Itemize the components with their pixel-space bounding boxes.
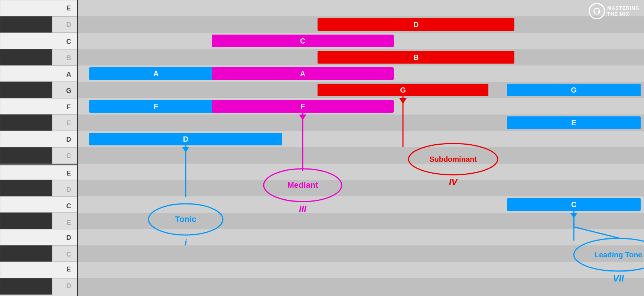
svg-text:D: D	[66, 136, 71, 143]
svg-text:E: E	[66, 170, 71, 177]
svg-text:D: D	[66, 234, 71, 241]
svg-rect-7	[0, 98, 78, 115]
piano-keys-svg: E C A G F B D E D C E D C E D C E D	[0, 0, 78, 296]
svg-rect-54	[78, 262, 644, 278]
svg-text:D: D	[66, 186, 71, 193]
svg-rect-15	[0, 213, 52, 229]
svg-text:C: C	[571, 200, 576, 209]
piano-keyboard: E C A G F B D E D C E D C E D C E D	[0, 0, 78, 296]
svg-text:D: D	[66, 282, 71, 290]
svg-text:G: G	[400, 86, 406, 94]
svg-rect-11	[0, 164, 78, 165]
svg-text:D: D	[183, 135, 188, 143]
svg-rect-2	[0, 16, 52, 33]
svg-rect-8	[0, 115, 52, 131]
svg-rect-38	[78, 0, 644, 16]
svg-text:A: A	[300, 70, 305, 78]
brand-logo: MASTERING THE MIX	[589, 3, 640, 19]
svg-text:D: D	[66, 21, 71, 28]
svg-text:E: E	[66, 266, 71, 273]
svg-text:E: E	[66, 119, 71, 127]
headphones-icon	[592, 7, 601, 16]
svg-rect-48	[78, 164, 644, 180]
svg-rect-55	[78, 278, 644, 296]
svg-text:B: B	[66, 54, 71, 62]
svg-text:Subdominant: Subdominant	[429, 155, 477, 163]
svg-text:Mediant: Mediant	[287, 180, 318, 190]
logo-line2: THE MIX	[607, 11, 640, 17]
svg-text:III: III	[299, 204, 307, 214]
svg-rect-6	[0, 82, 52, 98]
svg-text:Tonic: Tonic	[175, 215, 196, 224]
svg-rect-10	[0, 147, 52, 164]
logo-line1: MASTERING	[607, 5, 640, 11]
svg-rect-53	[78, 245, 644, 262]
svg-text:E: E	[66, 219, 71, 226]
svg-text:E: E	[66, 4, 71, 12]
piano-roll-area: D C B A A G G F F E D C	[78, 0, 644, 296]
svg-text:C: C	[300, 37, 305, 45]
svg-text:VII: VII	[613, 273, 624, 283]
svg-text:E: E	[571, 119, 576, 127]
svg-text:B: B	[413, 53, 419, 61]
svg-text:C: C	[66, 251, 71, 258]
logo-text: MASTERING THE MIX	[607, 5, 640, 17]
svg-text:Leading Tone: Leading Tone	[595, 251, 643, 259]
svg-rect-19	[0, 278, 52, 295]
svg-text:G: G	[571, 86, 577, 94]
svg-rect-17	[0, 245, 52, 262]
svg-rect-51	[78, 213, 644, 229]
svg-text:C: C	[66, 38, 71, 45]
svg-text:F: F	[154, 102, 158, 110]
svg-text:G: G	[66, 87, 71, 94]
svg-text:F: F	[67, 103, 71, 111]
svg-rect-13	[0, 180, 52, 196]
svg-text:A: A	[66, 71, 71, 78]
svg-text:IV: IV	[449, 177, 458, 187]
svg-text:C: C	[66, 152, 71, 160]
svg-text:C: C	[66, 202, 71, 210]
svg-text:A: A	[153, 70, 159, 78]
svg-rect-47	[78, 147, 644, 164]
logo-icon	[589, 3, 605, 19]
svg-rect-49	[78, 180, 644, 196]
svg-text:D: D	[413, 20, 419, 29]
piano-roll-svg: D C B A A G G F F E D C	[78, 0, 644, 296]
svg-text:F: F	[300, 102, 305, 110]
svg-rect-4	[0, 49, 52, 65]
